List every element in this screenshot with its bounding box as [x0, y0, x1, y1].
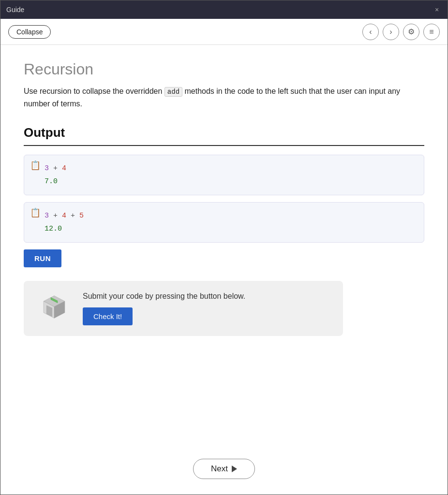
close-button[interactable]: ×: [432, 5, 442, 15]
toolbar: Collapse ‹ › ⚙ ≡: [0, 19, 448, 45]
submit-illustration: [37, 291, 71, 325]
next-button[interactable]: Next: [193, 459, 255, 479]
main-window: Guide × Collapse ‹ › ⚙ ≡ Recursion Use r…: [0, 0, 448, 495]
output-heading: Output: [24, 125, 424, 140]
toolbar-icon-group: ‹ › ⚙ ≡: [362, 24, 440, 40]
settings-icon: ⚙: [408, 27, 415, 36]
next-label: Next: [211, 464, 228, 474]
menu-button[interactable]: ≡: [423, 24, 440, 40]
window-title: Guide: [6, 6, 427, 14]
code-output-2-line1: 3 + 4 + 5: [45, 209, 415, 222]
collapse-button[interactable]: Collapse: [8, 25, 51, 39]
menu-icon: ≡: [429, 28, 433, 36]
code-keyword: add: [164, 87, 182, 97]
page-title: Recursion: [24, 60, 424, 78]
prev-icon: ‹: [369, 28, 372, 36]
run-button[interactable]: RUN: [24, 249, 61, 267]
content-area: Recursion Use recursion to collapse the …: [0, 45, 448, 445]
bottom-bar: Next: [0, 445, 448, 495]
settings-button[interactable]: ⚙: [403, 24, 419, 40]
clipboard-icon-1: 📋: [30, 160, 41, 171]
next-icon: ›: [389, 28, 392, 36]
play-icon: [232, 466, 237, 472]
output-divider: [24, 145, 424, 146]
title-bar: Guide ×: [0, 0, 448, 19]
submit-content: Submit your code by pressing the button …: [83, 292, 245, 325]
description: Use recursion to collapse the overridden…: [24, 85, 424, 110]
submit-card: Submit your code by pressing the button …: [24, 281, 343, 336]
description-start: Use recursion to collapse the overridden: [24, 87, 164, 95]
submit-text: Submit your code by pressing the button …: [83, 292, 245, 301]
code-output-1-line1: 3 + 4: [45, 162, 415, 175]
check-it-button[interactable]: Check It!: [83, 307, 133, 325]
code-output-2-line2: 12.0: [45, 222, 415, 235]
prev-button[interactable]: ‹: [362, 24, 379, 40]
code-block-1: 📋 3 + 4 7.0: [24, 155, 424, 195]
code-block-2: 📋 3 + 4 + 5 12.0: [24, 202, 424, 243]
code-output-1-line2: 7.0: [45, 175, 415, 188]
clipboard-icon-2: 📋: [30, 207, 41, 218]
next-nav-button[interactable]: ›: [383, 24, 399, 40]
